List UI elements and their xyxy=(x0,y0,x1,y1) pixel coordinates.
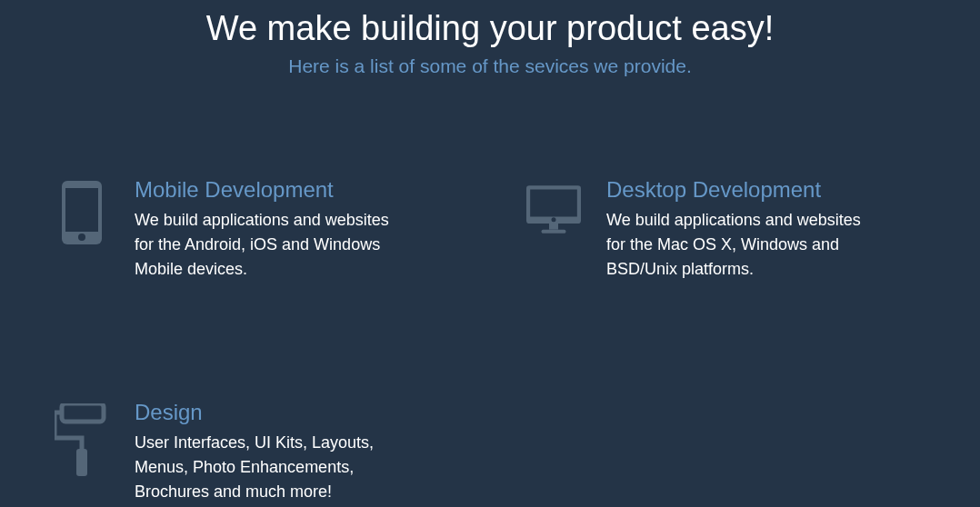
section-title: We make building your product easy! xyxy=(45,9,935,48)
service-description: We build applications and websites for t… xyxy=(606,208,879,282)
section-subtitle: Here is a list of some of the sevices we… xyxy=(45,55,935,77)
services-grid: Mobile Development We build applications… xyxy=(45,177,935,504)
service-content: Desktop Development We build application… xyxy=(606,177,925,282)
service-description: We build applications and websites for t… xyxy=(135,208,407,282)
service-description: User Interfaces, UI Kits, Layouts, Menus… xyxy=(135,431,407,504)
service-content: Design User Interfaces, UI Kits, Layouts… xyxy=(135,400,454,504)
desktop-icon xyxy=(526,177,581,239)
service-design: Design User Interfaces, UI Kits, Layouts… xyxy=(55,400,454,504)
service-title: Desktop Development xyxy=(606,177,925,203)
svg-point-2 xyxy=(78,234,85,241)
svg-rect-7 xyxy=(542,230,566,234)
svg-rect-9 xyxy=(76,449,87,476)
section-header: We make building your product easy! Here… xyxy=(45,9,935,77)
svg-rect-1 xyxy=(65,188,98,232)
svg-point-5 xyxy=(552,217,556,222)
mobile-icon xyxy=(55,177,109,244)
service-desktop: Desktop Development We build application… xyxy=(526,177,925,282)
service-title: Design xyxy=(135,400,454,425)
service-content: Mobile Development We build applications… xyxy=(135,177,454,282)
svg-rect-4 xyxy=(530,190,577,217)
service-mobile: Mobile Development We build applications… xyxy=(55,177,454,282)
services-section: We make building your product easy! Here… xyxy=(0,0,980,504)
svg-rect-8 xyxy=(62,403,104,422)
svg-rect-6 xyxy=(549,224,558,230)
service-title: Mobile Development xyxy=(135,177,454,203)
paint-roller-icon xyxy=(55,400,109,476)
